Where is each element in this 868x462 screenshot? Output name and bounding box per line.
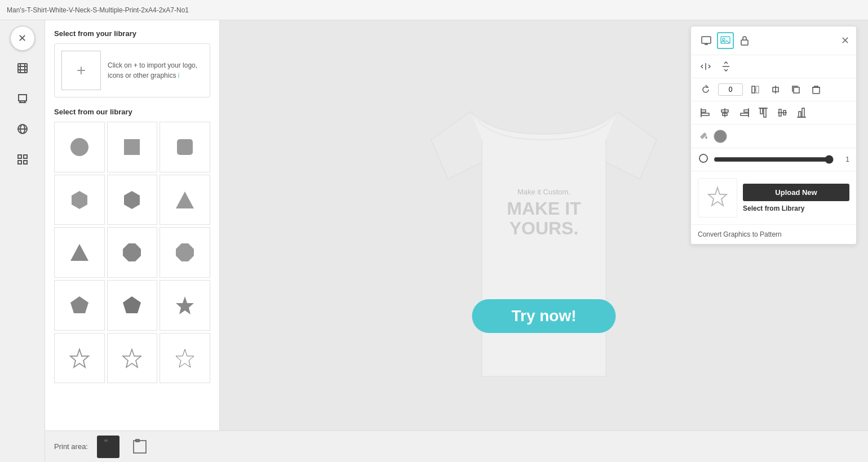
shape-square-large[interactable] bbox=[107, 122, 158, 172]
print-area-front-button[interactable] bbox=[97, 436, 119, 458]
opacity-value: 1 bbox=[838, 156, 849, 163]
svg-rect-42 bbox=[701, 113, 709, 115]
canvas-area: Make it Custom. MAKE ITYOURS. Try now! bbox=[220, 20, 868, 462]
star-preview bbox=[698, 178, 737, 217]
flip-resize-row bbox=[691, 55, 856, 78]
align-top-icon[interactable] bbox=[755, 105, 771, 121]
align-bottom-icon[interactable] bbox=[794, 105, 809, 121]
tshirt-svg bbox=[397, 50, 690, 433]
alignment-row bbox=[691, 101, 856, 125]
svg-marker-25 bbox=[123, 349, 141, 367]
convert-graphics-label: Convert Graphics to Pattern bbox=[698, 230, 782, 238]
delete-icon[interactable] bbox=[808, 82, 824, 97]
info-icon[interactable]: i bbox=[178, 72, 180, 79]
svg-rect-10 bbox=[18, 161, 21, 164]
title-bar: Man's-T-Shirt-White-V-Neck-S-Multiple-Pr… bbox=[0, 0, 868, 20]
shirt-tagline: Make it Custom. bbox=[517, 188, 570, 196]
sidebar-close-button[interactable]: ✕ bbox=[10, 26, 35, 51]
shape-pentagon-medium[interactable] bbox=[107, 280, 158, 331]
panel-icon-image[interactable] bbox=[717, 32, 734, 49]
shape-octagon-medium[interactable] bbox=[107, 227, 158, 278]
shape-star-outline-3[interactable] bbox=[160, 333, 210, 384]
shape-pentagon-small[interactable] bbox=[54, 280, 105, 331]
upload-section: Upload New Select from Library bbox=[691, 171, 856, 225]
svg-rect-9 bbox=[24, 155, 27, 158]
svg-rect-51 bbox=[764, 108, 766, 117]
shape-star-outline-1[interactable] bbox=[54, 333, 105, 384]
svg-rect-39 bbox=[813, 87, 820, 94]
print-area-back-button[interactable] bbox=[129, 436, 151, 458]
panel-icon-screen[interactable] bbox=[698, 32, 715, 49]
upload-new-button[interactable]: Upload New bbox=[743, 184, 849, 201]
shape-rounded-square[interactable] bbox=[160, 122, 210, 172]
right-panel-header: ✕ bbox=[691, 26, 856, 55]
svg-rect-63 bbox=[134, 441, 146, 453]
shape-circle-large[interactable] bbox=[54, 122, 105, 172]
svg-point-59 bbox=[699, 154, 707, 162]
svg-rect-33 bbox=[752, 86, 755, 93]
svg-marker-60 bbox=[708, 188, 727, 206]
panel-icon-lock[interactable] bbox=[736, 32, 753, 49]
upload-plus-button[interactable]: + bbox=[61, 51, 101, 90]
flip-icon2[interactable] bbox=[747, 82, 763, 97]
shape-star-outline-2[interactable] bbox=[107, 333, 158, 384]
shape-grid bbox=[54, 122, 210, 383]
svg-rect-47 bbox=[744, 110, 749, 112]
opacity-slider[interactable] bbox=[714, 155, 834, 164]
svg-rect-27 bbox=[702, 37, 711, 43]
align-middle-vert-icon[interactable] bbox=[774, 105, 790, 121]
duplicate-icon[interactable] bbox=[788, 82, 804, 97]
svg-rect-32 bbox=[741, 40, 748, 45]
color-swatch[interactable] bbox=[714, 130, 727, 143]
svg-marker-15 bbox=[72, 191, 87, 209]
svg-marker-23 bbox=[176, 296, 194, 314]
main-container: ✕ bbox=[0, 20, 868, 462]
svg-rect-62 bbox=[104, 439, 108, 442]
sidebar-icon-frame[interactable] bbox=[10, 55, 36, 81]
rotate-icon[interactable] bbox=[698, 82, 714, 97]
upload-hint-text: Click on + to import your logo, icons or… bbox=[108, 60, 203, 81]
svg-rect-61 bbox=[102, 441, 114, 453]
right-panel-close-button[interactable]: ✕ bbox=[841, 34, 849, 47]
shape-hexagon-medium[interactable] bbox=[107, 175, 158, 225]
right-panel: ✕ bbox=[690, 26, 857, 245]
svg-rect-41 bbox=[701, 110, 706, 112]
sidebar-icon-globe[interactable] bbox=[10, 116, 36, 142]
flip-vertical-icon[interactable] bbox=[718, 59, 734, 74]
print-area-label: Print area: bbox=[54, 442, 88, 451]
svg-rect-50 bbox=[760, 108, 763, 114]
tshirt-container: Make it Custom. MAKE ITYOURS. Try now! bbox=[397, 50, 690, 433]
sidebar-icon-chat[interactable] bbox=[10, 86, 36, 112]
sidebar-icon-grid[interactable] bbox=[10, 146, 36, 172]
shape-hexagon-small[interactable] bbox=[54, 175, 105, 225]
upload-actions: Upload New Select from Library bbox=[743, 184, 849, 212]
shape-triangle-large[interactable] bbox=[54, 227, 105, 278]
shape-star-filled[interactable] bbox=[160, 280, 210, 331]
upload-box: + Click on + to import your logo, icons … bbox=[54, 43, 210, 97]
convert-graphics-row[interactable]: Convert Graphics to Pattern bbox=[691, 225, 856, 244]
svg-marker-24 bbox=[70, 349, 88, 367]
rotation-row: 0 bbox=[691, 78, 856, 101]
align-left-icon[interactable] bbox=[698, 105, 714, 121]
flip-horizontal-icon[interactable] bbox=[698, 59, 714, 74]
align-center-icon[interactable] bbox=[768, 82, 783, 97]
svg-rect-0 bbox=[18, 64, 27, 73]
svg-marker-17 bbox=[176, 192, 194, 208]
svg-rect-34 bbox=[756, 86, 759, 93]
select-from-library-link[interactable]: Select from Library bbox=[743, 205, 849, 212]
svg-marker-19 bbox=[123, 243, 141, 261]
svg-rect-38 bbox=[794, 87, 799, 93]
svg-marker-18 bbox=[70, 244, 88, 261]
opacity-icon[interactable] bbox=[698, 153, 709, 166]
svg-rect-57 bbox=[802, 108, 804, 117]
try-now-button[interactable]: Try now! bbox=[472, 299, 615, 333]
fill-color-icon[interactable] bbox=[698, 129, 709, 143]
bottom-bar: Print area: bbox=[45, 430, 868, 462]
shape-octagon-large[interactable] bbox=[160, 227, 210, 278]
svg-rect-14 bbox=[177, 139, 193, 155]
rotation-input[interactable]: 0 bbox=[718, 83, 743, 96]
icon-sidebar: ✕ bbox=[0, 20, 45, 462]
shape-triangle-medium[interactable] bbox=[160, 175, 210, 225]
align-center-horiz-icon[interactable] bbox=[717, 105, 733, 121]
align-right-icon[interactable] bbox=[736, 105, 752, 121]
